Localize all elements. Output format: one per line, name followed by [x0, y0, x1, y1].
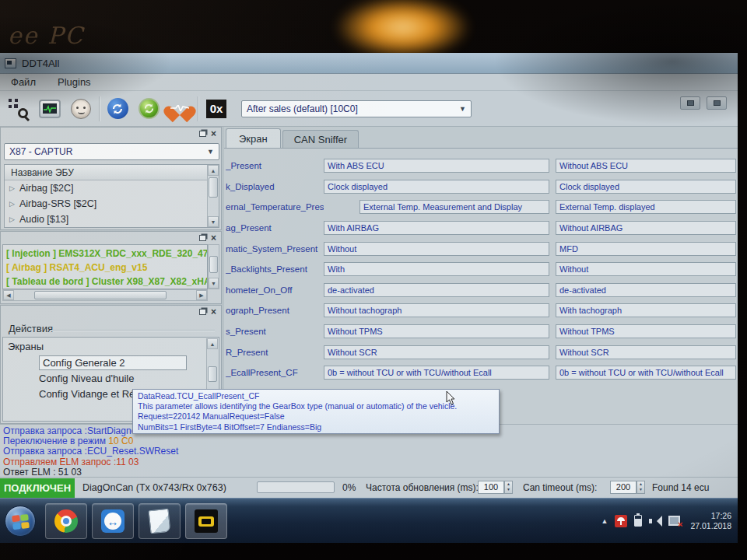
- float-panel-icon[interactable]: [199, 131, 206, 137]
- parameter-current-field[interactable]: de-activated: [556, 283, 736, 297]
- refresh-rate-label: Частота обновления (ms):: [366, 482, 479, 493]
- screens-tree-root[interactable]: Экраны: [3, 338, 219, 355]
- ecu-list-item[interactable]: ▷ Airbag-SRS [$2C]: [5, 196, 219, 212]
- parameter-current-field[interactable]: Without AIRBAG: [556, 221, 736, 235]
- parameter-value-field[interactable]: Clock displayed: [324, 180, 549, 194]
- taskbar-ddt4all-button[interactable]: [185, 503, 227, 539]
- parameter-label: _Present: [226, 161, 324, 170]
- menu-bar: Файл Plugins: [0, 74, 738, 91]
- scrollbar-thumb[interactable]: [209, 177, 218, 198]
- log-line: Отправка запроса :ECU_Reset.SWReset: [3, 446, 738, 457]
- scroll-down-icon[interactable]: ▼: [208, 216, 219, 227]
- menu-plugins[interactable]: Plugins: [58, 76, 91, 88]
- start-button[interactable]: [5, 506, 36, 537]
- scrollbar-thumb[interactable]: [34, 291, 167, 299]
- taskbar-chrome-button[interactable]: [45, 503, 87, 539]
- scroll-right-icon[interactable]: ▶: [196, 290, 207, 300]
- main-area: Экран CAN Sniffer _Present With ABS ECU …: [224, 127, 738, 424]
- loaded-ecu-item[interactable]: [ Airbag ] RSAT4_ACU_eng_v15: [6, 261, 207, 275]
- parameter-value-field[interactable]: With AIRBAG: [324, 221, 549, 235]
- expert-mode-button[interactable]: [65, 94, 96, 124]
- scrollbar-thumb[interactable]: [209, 256, 218, 273]
- chevron-down-icon: ▼: [459, 105, 466, 113]
- float-panel-icon[interactable]: [199, 309, 206, 315]
- expander-icon[interactable]: ▷: [9, 200, 15, 208]
- loaded-ecu-item[interactable]: [ Tableau de bord ] Cluster X98_X87_X82_…: [6, 275, 207, 289]
- close-panel-icon[interactable]: ×: [211, 234, 216, 242]
- avira-antivirus-icon[interactable]: [615, 515, 627, 527]
- parameter-label: R_Present: [226, 348, 324, 357]
- loaded-ecu-item[interactable]: [ Injection ] EMS312X_RDC_xxx_RDE_320_47…: [6, 247, 207, 261]
- parameter-value-field[interactable]: 0b = without TCU or with TCU/without Eca…: [324, 366, 549, 380]
- expander-icon[interactable]: ▷: [9, 215, 15, 223]
- tab-can-sniffer[interactable]: CAN Sniffer: [282, 130, 359, 148]
- status-bar: ПОДКЛЮЧЕН DiagOnCan (Tx 0x743/Rx 0x763) …: [0, 477, 738, 498]
- ecu-select-panel: × X87 - CAPTUR ▼ Название ЭБУ ▷ Airbag […: [0, 127, 222, 230]
- taskbar-teamviewer-button[interactable]: ↔: [92, 503, 134, 539]
- mdi-restore-button[interactable]: [707, 96, 727, 110]
- scroll-left-icon[interactable]: ◀: [3, 290, 14, 300]
- parameter-row: s_Present Without TPMS Without TPMS: [224, 321, 738, 342]
- close-panel-icon[interactable]: ×: [211, 308, 216, 316]
- parameter-current-field[interactable]: Without ABS ECU: [556, 159, 736, 173]
- refresh-rate-spinner[interactable]: ▲▼: [504, 481, 513, 494]
- parameter-current-field[interactable]: External Temp. displayed: [556, 200, 736, 214]
- hex-0x-icon: 0x: [206, 100, 226, 118]
- parameter-value-field[interactable]: de-activated: [324, 283, 549, 297]
- parameter-value-field[interactable]: Without SCR: [324, 345, 549, 359]
- screen-item-config-generale[interactable]: Config Generale 2: [39, 355, 219, 370]
- parameter-current-field[interactable]: Without SCR: [556, 345, 736, 359]
- can-timeout-spinner[interactable]: ▲▼: [637, 481, 645, 494]
- scroll-up-icon[interactable]: ▲: [208, 165, 219, 176]
- ecu-list-item[interactable]: ▷ Audio [$13]: [5, 212, 219, 227]
- parameter-current-field[interactable]: MFD: [556, 242, 736, 256]
- parameter-label: s_Present: [226, 327, 324, 336]
- vertical-scrollbar[interactable]: ▼: [208, 244, 219, 289]
- vehicle-combobox[interactable]: X87 - CAPTUR ▼: [4, 143, 219, 160]
- float-panel-icon[interactable]: [199, 235, 206, 241]
- parameter-current-field[interactable]: 0b = without TCU or with TCU/without Eca…: [556, 366, 736, 380]
- parameter-label: _Backlights_Present: [226, 264, 324, 274]
- profile-combobox[interactable]: After sales (default) [10C0] ▼: [241, 100, 472, 117]
- parameter-row: ograph_Present Without tachograph With t…: [224, 300, 738, 321]
- parameter-current-field[interactable]: Without: [556, 262, 736, 276]
- screen-item-label: Config Vidange et Rév: [39, 388, 140, 400]
- monitor-button[interactable]: [34, 94, 65, 124]
- refresh-rate-input[interactable]: 100: [478, 481, 504, 494]
- reload-ecu-button[interactable]: [133, 94, 164, 124]
- horizontal-scrollbar[interactable]: ◀ ▶: [2, 289, 208, 301]
- scan-ecu-button[interactable]: [3, 94, 34, 124]
- scroll-up-icon[interactable]: ▲: [207, 338, 218, 349]
- taskbar-clock[interactable]: 17:26 27.01.2018: [690, 511, 735, 531]
- close-panel-icon[interactable]: ×: [211, 130, 216, 138]
- parameter-value-field[interactable]: Without: [324, 242, 549, 256]
- parameter-value-field[interactable]: With ABS ECU: [324, 159, 549, 173]
- parameter-value-field[interactable]: Without tachograph: [324, 303, 549, 317]
- screen-item-config-huile[interactable]: Config Niveau d'huile: [39, 370, 219, 386]
- parameter-value-field[interactable]: External Temp. Measurement and Display: [359, 200, 549, 214]
- scroll-down-icon[interactable]: ▼: [209, 278, 219, 289]
- expander-icon[interactable]: ▷: [9, 184, 15, 192]
- network-disconnected-icon[interactable]: ×: [668, 516, 680, 526]
- parameter-current-field[interactable]: Without TPMS: [556, 324, 736, 338]
- menu-file[interactable]: Файл: [11, 76, 36, 88]
- parameter-current-field[interactable]: Clock displayed: [556, 180, 736, 194]
- diagnostics-button[interactable]: [164, 94, 195, 124]
- tray-expand-icon[interactable]: ▲: [601, 517, 608, 525]
- ecu-item-label: Airbag [$2C]: [19, 183, 73, 194]
- ecu-list-item[interactable]: ▷ Airbag [$2C]: [5, 180, 219, 196]
- taskbar-notepad-button[interactable]: [139, 503, 181, 539]
- tab-screen[interactable]: Экран: [226, 128, 281, 148]
- mdi-minimize-button[interactable]: [680, 96, 700, 110]
- hex-editor-button[interactable]: 0x: [201, 94, 232, 124]
- scrollbar-thumb[interactable]: [208, 366, 217, 382]
- battery-icon[interactable]: [634, 515, 642, 527]
- vertical-scrollbar[interactable]: ▲ ▼: [207, 165, 219, 227]
- volume-icon[interactable]: [649, 516, 661, 527]
- tooltip-description: This parameter allows identifying the Ge…: [138, 401, 494, 411]
- parameter-value-field[interactable]: With: [324, 262, 549, 276]
- parameter-current-field[interactable]: With tachograph: [556, 303, 736, 317]
- refresh-button[interactable]: [102, 94, 133, 124]
- can-timeout-input[interactable]: 200: [610, 481, 637, 494]
- parameter-value-field[interactable]: Without TPMS: [324, 324, 549, 338]
